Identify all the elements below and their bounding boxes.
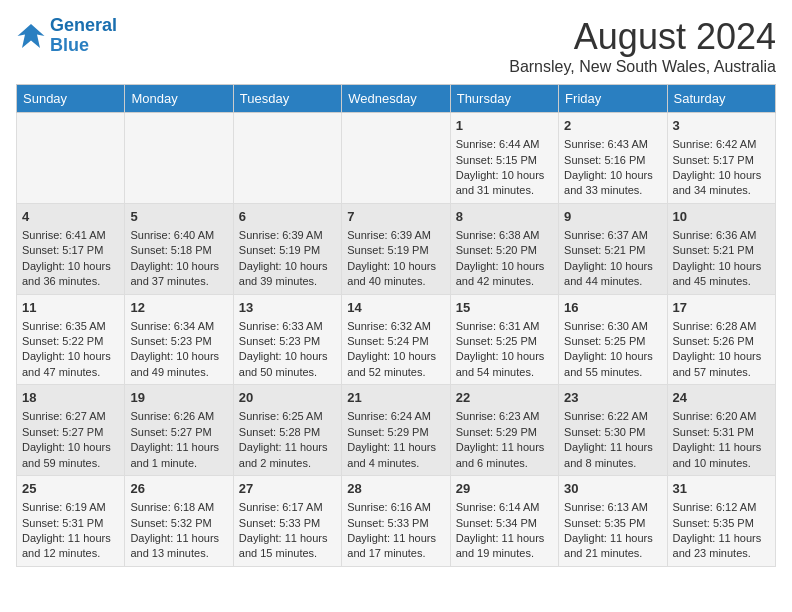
day-info: Sunrise: 6:39 AM Sunset: 5:19 PM Dayligh… bbox=[347, 228, 444, 290]
day-info: Sunrise: 6:24 AM Sunset: 5:29 PM Dayligh… bbox=[347, 409, 444, 471]
day-info: Sunrise: 6:36 AM Sunset: 5:21 PM Dayligh… bbox=[673, 228, 770, 290]
calendar-header-row: SundayMondayTuesdayWednesdayThursdayFrid… bbox=[17, 85, 776, 113]
calendar-cell: 13Sunrise: 6:33 AM Sunset: 5:23 PM Dayli… bbox=[233, 294, 341, 385]
logo-icon bbox=[16, 21, 46, 51]
day-number: 25 bbox=[22, 480, 119, 498]
day-info: Sunrise: 6:43 AM Sunset: 5:16 PM Dayligh… bbox=[564, 137, 661, 199]
day-info: Sunrise: 6:37 AM Sunset: 5:21 PM Dayligh… bbox=[564, 228, 661, 290]
calendar-cell: 17Sunrise: 6:28 AM Sunset: 5:26 PM Dayli… bbox=[667, 294, 775, 385]
calendar-cell: 1Sunrise: 6:44 AM Sunset: 5:15 PM Daylig… bbox=[450, 113, 558, 204]
day-info: Sunrise: 6:40 AM Sunset: 5:18 PM Dayligh… bbox=[130, 228, 227, 290]
day-info: Sunrise: 6:17 AM Sunset: 5:33 PM Dayligh… bbox=[239, 500, 336, 562]
calendar-cell: 19Sunrise: 6:26 AM Sunset: 5:27 PM Dayli… bbox=[125, 385, 233, 476]
day-info: Sunrise: 6:39 AM Sunset: 5:19 PM Dayligh… bbox=[239, 228, 336, 290]
header-thursday: Thursday bbox=[450, 85, 558, 113]
day-number: 3 bbox=[673, 117, 770, 135]
calendar-cell: 7Sunrise: 6:39 AM Sunset: 5:19 PM Daylig… bbox=[342, 203, 450, 294]
day-number: 16 bbox=[564, 299, 661, 317]
day-info: Sunrise: 6:12 AM Sunset: 5:35 PM Dayligh… bbox=[673, 500, 770, 562]
day-info: Sunrise: 6:44 AM Sunset: 5:15 PM Dayligh… bbox=[456, 137, 553, 199]
calendar-cell: 30Sunrise: 6:13 AM Sunset: 5:35 PM Dayli… bbox=[559, 476, 667, 567]
day-number: 8 bbox=[456, 208, 553, 226]
calendar-week-4: 18Sunrise: 6:27 AM Sunset: 5:27 PM Dayli… bbox=[17, 385, 776, 476]
day-info: Sunrise: 6:42 AM Sunset: 5:17 PM Dayligh… bbox=[673, 137, 770, 199]
calendar-cell bbox=[342, 113, 450, 204]
calendar-cell: 25Sunrise: 6:19 AM Sunset: 5:31 PM Dayli… bbox=[17, 476, 125, 567]
day-number: 12 bbox=[130, 299, 227, 317]
calendar-cell: 26Sunrise: 6:18 AM Sunset: 5:32 PM Dayli… bbox=[125, 476, 233, 567]
day-info: Sunrise: 6:34 AM Sunset: 5:23 PM Dayligh… bbox=[130, 319, 227, 381]
calendar-cell: 6Sunrise: 6:39 AM Sunset: 5:19 PM Daylig… bbox=[233, 203, 341, 294]
calendar-cell bbox=[233, 113, 341, 204]
calendar-cell bbox=[17, 113, 125, 204]
day-number: 22 bbox=[456, 389, 553, 407]
day-info: Sunrise: 6:27 AM Sunset: 5:27 PM Dayligh… bbox=[22, 409, 119, 471]
calendar-cell: 3Sunrise: 6:42 AM Sunset: 5:17 PM Daylig… bbox=[667, 113, 775, 204]
calendar-cell: 4Sunrise: 6:41 AM Sunset: 5:17 PM Daylig… bbox=[17, 203, 125, 294]
day-info: Sunrise: 6:13 AM Sunset: 5:35 PM Dayligh… bbox=[564, 500, 661, 562]
day-info: Sunrise: 6:26 AM Sunset: 5:27 PM Dayligh… bbox=[130, 409, 227, 471]
calendar-cell: 29Sunrise: 6:14 AM Sunset: 5:34 PM Dayli… bbox=[450, 476, 558, 567]
calendar-cell: 5Sunrise: 6:40 AM Sunset: 5:18 PM Daylig… bbox=[125, 203, 233, 294]
day-number: 20 bbox=[239, 389, 336, 407]
day-number: 13 bbox=[239, 299, 336, 317]
day-number: 26 bbox=[130, 480, 227, 498]
day-number: 14 bbox=[347, 299, 444, 317]
day-number: 9 bbox=[564, 208, 661, 226]
day-info: Sunrise: 6:31 AM Sunset: 5:25 PM Dayligh… bbox=[456, 319, 553, 381]
header-friday: Friday bbox=[559, 85, 667, 113]
subtitle: Barnsley, New South Wales, Australia bbox=[509, 58, 776, 76]
calendar-week-5: 25Sunrise: 6:19 AM Sunset: 5:31 PM Dayli… bbox=[17, 476, 776, 567]
day-info: Sunrise: 6:14 AM Sunset: 5:34 PM Dayligh… bbox=[456, 500, 553, 562]
calendar-cell: 18Sunrise: 6:27 AM Sunset: 5:27 PM Dayli… bbox=[17, 385, 125, 476]
day-number: 5 bbox=[130, 208, 227, 226]
logo: General Blue bbox=[16, 16, 117, 56]
title-area: August 2024 Barnsley, New South Wales, A… bbox=[509, 16, 776, 76]
header-tuesday: Tuesday bbox=[233, 85, 341, 113]
day-number: 21 bbox=[347, 389, 444, 407]
day-info: Sunrise: 6:16 AM Sunset: 5:33 PM Dayligh… bbox=[347, 500, 444, 562]
day-info: Sunrise: 6:41 AM Sunset: 5:17 PM Dayligh… bbox=[22, 228, 119, 290]
calendar-cell: 14Sunrise: 6:32 AM Sunset: 5:24 PM Dayli… bbox=[342, 294, 450, 385]
day-info: Sunrise: 6:22 AM Sunset: 5:30 PM Dayligh… bbox=[564, 409, 661, 471]
header: General Blue August 2024 Barnsley, New S… bbox=[16, 16, 776, 76]
day-info: Sunrise: 6:35 AM Sunset: 5:22 PM Dayligh… bbox=[22, 319, 119, 381]
day-number: 28 bbox=[347, 480, 444, 498]
calendar-cell: 28Sunrise: 6:16 AM Sunset: 5:33 PM Dayli… bbox=[342, 476, 450, 567]
calendar-cell: 24Sunrise: 6:20 AM Sunset: 5:31 PM Dayli… bbox=[667, 385, 775, 476]
day-info: Sunrise: 6:30 AM Sunset: 5:25 PM Dayligh… bbox=[564, 319, 661, 381]
calendar-cell: 10Sunrise: 6:36 AM Sunset: 5:21 PM Dayli… bbox=[667, 203, 775, 294]
day-number: 11 bbox=[22, 299, 119, 317]
calendar-cell: 27Sunrise: 6:17 AM Sunset: 5:33 PM Dayli… bbox=[233, 476, 341, 567]
day-number: 23 bbox=[564, 389, 661, 407]
calendar-cell: 11Sunrise: 6:35 AM Sunset: 5:22 PM Dayli… bbox=[17, 294, 125, 385]
day-info: Sunrise: 6:38 AM Sunset: 5:20 PM Dayligh… bbox=[456, 228, 553, 290]
calendar-cell: 23Sunrise: 6:22 AM Sunset: 5:30 PM Dayli… bbox=[559, 385, 667, 476]
day-number: 4 bbox=[22, 208, 119, 226]
day-info: Sunrise: 6:32 AM Sunset: 5:24 PM Dayligh… bbox=[347, 319, 444, 381]
day-number: 7 bbox=[347, 208, 444, 226]
day-info: Sunrise: 6:28 AM Sunset: 5:26 PM Dayligh… bbox=[673, 319, 770, 381]
day-number: 15 bbox=[456, 299, 553, 317]
main-title: August 2024 bbox=[509, 16, 776, 58]
calendar-week-1: 1Sunrise: 6:44 AM Sunset: 5:15 PM Daylig… bbox=[17, 113, 776, 204]
calendar-cell: 8Sunrise: 6:38 AM Sunset: 5:20 PM Daylig… bbox=[450, 203, 558, 294]
header-wednesday: Wednesday bbox=[342, 85, 450, 113]
calendar-cell: 12Sunrise: 6:34 AM Sunset: 5:23 PM Dayli… bbox=[125, 294, 233, 385]
calendar-cell: 16Sunrise: 6:30 AM Sunset: 5:25 PM Dayli… bbox=[559, 294, 667, 385]
day-info: Sunrise: 6:18 AM Sunset: 5:32 PM Dayligh… bbox=[130, 500, 227, 562]
calendar-cell bbox=[125, 113, 233, 204]
calendar-cell: 20Sunrise: 6:25 AM Sunset: 5:28 PM Dayli… bbox=[233, 385, 341, 476]
header-sunday: Sunday bbox=[17, 85, 125, 113]
calendar-cell: 9Sunrise: 6:37 AM Sunset: 5:21 PM Daylig… bbox=[559, 203, 667, 294]
day-number: 27 bbox=[239, 480, 336, 498]
day-info: Sunrise: 6:25 AM Sunset: 5:28 PM Dayligh… bbox=[239, 409, 336, 471]
day-number: 31 bbox=[673, 480, 770, 498]
day-number: 30 bbox=[564, 480, 661, 498]
logo-line2: Blue bbox=[50, 35, 89, 55]
day-number: 10 bbox=[673, 208, 770, 226]
header-saturday: Saturday bbox=[667, 85, 775, 113]
day-number: 1 bbox=[456, 117, 553, 135]
header-monday: Monday bbox=[125, 85, 233, 113]
day-info: Sunrise: 6:23 AM Sunset: 5:29 PM Dayligh… bbox=[456, 409, 553, 471]
